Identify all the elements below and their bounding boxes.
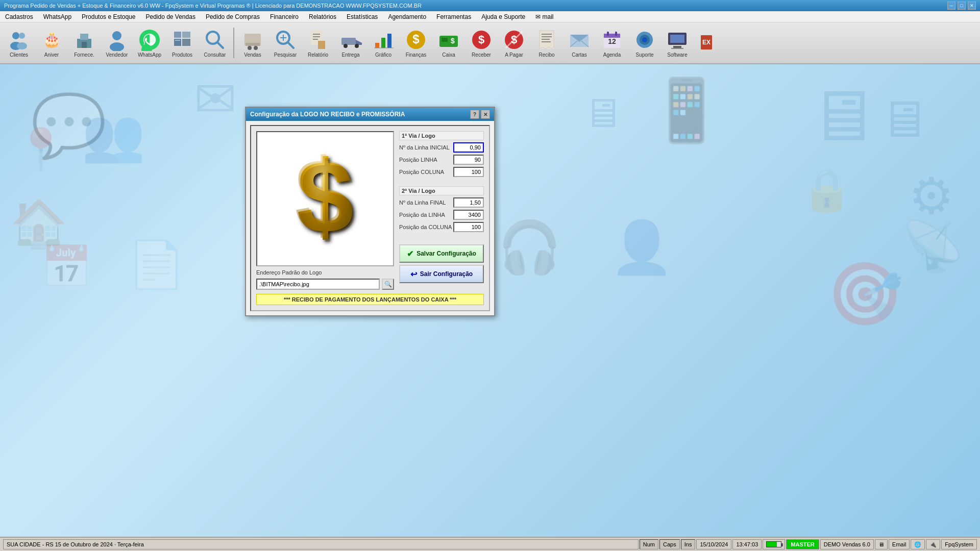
menu-cadastros[interactable]: Cadastros [0,11,38,22]
toolbar-vendas[interactable]: Vendas [237,24,268,62]
toolbar-clientes[interactable]: Clientes [3,24,35,62]
posicao-linha1-input[interactable] [453,155,484,165]
toolbar-extra[interactable]: EX [694,24,726,62]
menu-whatsapp[interactable]: WhatsApp [38,11,77,22]
menu-ajuda-suporte[interactable]: Ajuda e Suporte [476,11,530,22]
title-bar: Programa Pedido de Vendas + Estoque & Fi… [0,0,980,11]
toolbar-produtos[interactable]: Produtos [166,24,198,62]
menu-mail[interactable]: ✉ mail [530,11,558,22]
svg-rect-60 [607,32,609,36]
toolbar-suporte[interactable]: Suporte [629,24,660,62]
clientes-label: Clientes [10,52,28,58]
svg-rect-51 [542,39,550,40]
software-icon [666,29,689,51]
svg-point-7 [112,31,121,40]
suporte-label: Suporte [635,52,653,58]
toolbar-sep1 [233,28,234,58]
toolbar-grafico[interactable]: Gráfico [368,24,399,62]
toolbar-financas[interactable]: $ Finanças [400,24,432,62]
maximize-button[interactable]: □ [958,2,966,10]
linha-inicial-input[interactable] [453,142,484,153]
toolbar-whatsapp[interactable]: WhatsApp [134,24,165,62]
status-bar: SUA CIDADE - RS 15 de Outubro de 2024 · … [0,537,980,551]
svg-rect-69 [671,48,683,49]
apagar-label: A Pagar [505,52,523,58]
relatorio-icon [307,29,329,51]
toolbar-software[interactable]: Software [662,24,693,62]
svg-rect-26 [313,34,320,35]
toolbar-consultar[interactable]: Consultar [199,24,231,62]
consultar-icon [204,29,226,51]
status-caps: Caps [659,539,680,549]
svg-rect-11 [174,32,181,38]
svg-rect-36 [387,34,391,48]
svg-rect-49 [542,34,552,35]
field-posicao-linha2: Posição da LINHA [399,210,484,220]
address-input[interactable] [256,279,380,290]
menu-agendamento[interactable]: Agendamento [383,11,431,22]
svg-point-8 [110,42,124,51]
menu-pedido-vendas[interactable]: Pedido de Vendas [140,11,200,22]
browse-button[interactable]: 🔍 [382,279,394,290]
menu-pedido-compras[interactable]: Pedido de Compras [201,11,265,22]
toolbar-caixa[interactable]: $ Caixa [433,24,464,62]
field-posicao-coluna1-label: Posição COLUNA [399,169,453,175]
svg-rect-50 [542,36,552,37]
notice-bar: *** RECIBO DE PAGAMENTO DOS LANÇAMENTOS … [256,294,484,305]
menu-produtos-estoque[interactable]: Produtos e Estoque [77,11,140,22]
svg-text:12: 12 [608,37,616,45]
svg-point-33 [355,44,359,48]
posicao-linha2-input[interactable] [453,210,484,220]
agenda-icon: 12 [601,29,623,51]
whatsapp-icon [138,29,161,51]
cartas-icon [568,29,591,51]
menu-ferramentas[interactable]: Ferramentas [431,11,476,22]
extra-icon: EX [699,31,721,54]
close-button[interactable]: ✕ [968,2,976,10]
receber-label: Receber [472,52,491,58]
toolbar-pesquisar[interactable]: Pesquisar [270,24,301,62]
field-posicao-linha2-label: Posição da LINHA [399,212,453,218]
exit-label: Sair Configuração [420,270,473,278]
toolbar-aniver[interactable]: 🎂 Aniver [36,24,67,62]
posicao-coluna1-input[interactable] [453,167,484,177]
financas-icon: $ [405,29,427,51]
svg-line-16 [217,42,223,48]
menu-financeiro[interactable]: Financeiro [265,11,304,22]
title-text: Programa Pedido de Vendas + Estoque & Fi… [4,3,947,9]
svg-rect-61 [615,32,617,36]
toolbar-relatorio[interactable]: Relatório [302,24,334,62]
toolbar-fornece[interactable]: Fornece. [68,24,100,62]
dialog-close-button[interactable]: ✕ [481,110,490,119]
toolbar-vendedor[interactable]: Vendedor [101,24,133,62]
linha-final-input[interactable] [453,197,484,208]
menu-bar: Cadastros WhatsApp Produtos e Estoque Pe… [0,11,980,22]
toolbar: Clientes 🎂 Aniver Fornece. Vendedor What… [0,22,980,64]
vendas-icon [241,29,264,51]
minimize-button[interactable]: ─ [947,2,955,10]
grafico-icon [372,29,395,51]
field-posicao-coluna1: Posição COLUNA [399,167,484,177]
toolbar-entrega[interactable]: Entrega [335,24,366,62]
dialog-title: Configuração da LOGO NO RECIBO e PROMISS… [250,111,405,118]
caixa-icon: $ [437,29,460,51]
save-button[interactable]: ✔ Salvar Configuração [399,244,484,263]
field-linha-final-label: Nº da Linha FINAL [399,199,453,206]
dialog-help-button[interactable]: ? [470,110,479,119]
menu-relatorios[interactable]: Relatórios [304,11,341,22]
posicao-coluna2-input[interactable] [453,222,484,232]
svg-rect-5 [80,34,88,40]
svg-rect-28 [313,39,318,40]
exit-button[interactable]: ↩ Sair Configuração [399,265,484,283]
status-connect-icon: 🔌 [926,539,940,549]
toolbar-apagar[interactable]: $ A Pagar [498,24,530,62]
financas-label: Finanças [406,52,427,58]
toolbar-agenda[interactable]: 12 Agenda [596,24,628,62]
toolbar-cartas[interactable]: Cartas [564,24,595,62]
window-controls: ─ □ ✕ [947,2,976,10]
svg-point-0 [12,32,19,39]
toolbar-recibo[interactable]: Recibo [531,24,562,62]
toolbar-receber[interactable]: $ Receber [465,24,497,62]
menu-estatisticas[interactable]: Estatísticas [341,11,383,22]
dialog-inner: $ $ $ Endereço Padrão do Logo [256,131,484,290]
